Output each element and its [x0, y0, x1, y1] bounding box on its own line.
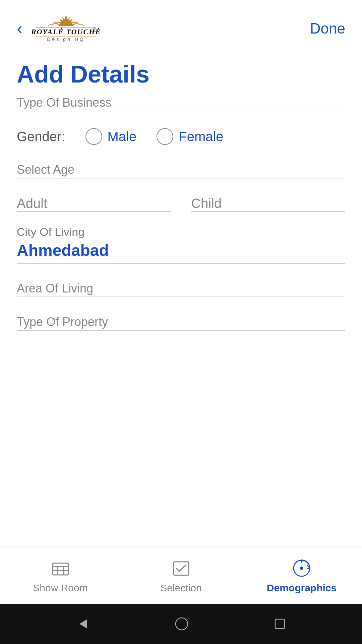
city-of-living-value[interactable]: Ahmedabad: [17, 241, 345, 264]
show-room-icon: [50, 558, 70, 578]
android-back-button[interactable]: [75, 616, 90, 632]
type-of-property-field: [17, 314, 345, 331]
svg-rect-10: [174, 562, 189, 575]
bottom-navigation: Show Room Selection Demographics: [0, 548, 362, 604]
nav-item-show-room[interactable]: Show Room: [0, 558, 121, 594]
demographics-icon: [292, 558, 312, 578]
logo-svg: ROYALÉ TOUCHÉ ® Design HQ: [29, 13, 103, 44]
selection-label: Selection: [160, 582, 201, 594]
logo: ROYALÉ TOUCHÉ ® Design HQ: [29, 13, 103, 44]
svg-text:®: ®: [93, 28, 97, 33]
selection-icon: [171, 558, 191, 578]
svg-point-12: [300, 567, 303, 570]
android-home-button[interactable]: [174, 616, 189, 632]
adult-input[interactable]: [17, 195, 171, 212]
child-field: [191, 195, 345, 212]
select-age-input[interactable]: [17, 162, 345, 178]
page-title: Add Details: [0, 50, 362, 95]
select-age-field: [17, 162, 345, 178]
type-of-property-input[interactable]: [17, 314, 345, 331]
male-label: Male: [108, 129, 137, 144]
female-radio-circle[interactable]: [157, 128, 173, 145]
female-radio[interactable]: Female: [157, 128, 223, 145]
city-of-living-section: City Of Living Ahmedabad: [17, 225, 345, 264]
demographics-label: Demographics: [267, 582, 337, 594]
female-radio-inner: [161, 132, 169, 141]
android-nav-bar: [0, 604, 362, 644]
city-of-living-label: City Of Living: [17, 225, 345, 238]
header-left: ‹ ROYALÉ TOUCHÉ ®: [17, 13, 103, 44]
type-of-business-field: [17, 95, 345, 111]
header: ‹ ROYALÉ TOUCHÉ ®: [0, 0, 362, 50]
female-label: Female: [179, 129, 223, 144]
done-button[interactable]: Done: [310, 20, 345, 37]
male-radio-inner: [89, 132, 98, 141]
svg-text:ROYALÉ TOUCHÉ: ROYALÉ TOUCHÉ: [31, 28, 101, 36]
back-button[interactable]: ‹: [17, 20, 22, 37]
gender-row: Gender: Male Female: [17, 128, 345, 145]
svg-rect-16: [275, 619, 285, 629]
area-of-living-input[interactable]: [17, 280, 345, 297]
male-radio-circle[interactable]: [85, 128, 102, 145]
area-of-living-field: [17, 280, 345, 297]
adult-field: [17, 195, 171, 212]
child-input[interactable]: [191, 195, 345, 212]
gender-label: Gender:: [17, 129, 65, 144]
svg-text:Design HQ: Design HQ: [47, 37, 85, 42]
form-area: Gender: Male Female City Of Living Ahmed…: [0, 95, 362, 331]
nav-item-selection[interactable]: Selection: [121, 558, 241, 594]
type-of-business-input[interactable]: [17, 95, 345, 111]
show-room-label: Show Room: [33, 582, 87, 594]
svg-point-15: [176, 618, 188, 630]
nav-item-demographics[interactable]: Demographics: [241, 558, 362, 594]
male-radio[interactable]: Male: [85, 128, 137, 145]
svg-marker-14: [79, 619, 87, 629]
adult-child-row: [17, 195, 345, 212]
android-recent-button[interactable]: [273, 617, 287, 631]
svg-rect-5: [53, 563, 68, 575]
